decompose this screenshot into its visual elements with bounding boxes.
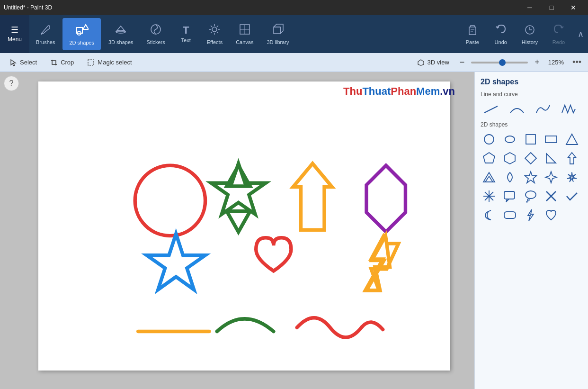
brushes-button[interactable]: Brushes bbox=[29, 15, 62, 53]
magic-select-button[interactable]: Magic select bbox=[81, 57, 137, 68]
3dview-button[interactable]: 3D view bbox=[411, 57, 455, 68]
text-label: Text bbox=[181, 37, 191, 43]
canvas-area: ThuThuatPhanMem.vn bbox=[0, 72, 474, 389]
undo-button[interactable]: Undo bbox=[487, 15, 515, 53]
shape-oval-flat[interactable] bbox=[501, 131, 518, 148]
shape-mountain[interactable] bbox=[481, 169, 498, 186]
shape-arc bbox=[217, 319, 274, 332]
secondary-toolbar: Select Crop Magic select 3D view − + 125… bbox=[0, 53, 588, 72]
zoom-slider[interactable] bbox=[471, 62, 528, 63]
more-options-button[interactable]: ••• bbox=[570, 56, 584, 68]
shape-star-sparkle[interactable] bbox=[563, 169, 580, 186]
shape-arrow-up[interactable] bbox=[563, 150, 580, 167]
svg-marker-38 bbox=[568, 153, 576, 164]
svg-marker-43 bbox=[567, 172, 577, 182]
shape-hexagon[interactable] bbox=[501, 150, 518, 167]
shapes-grid bbox=[481, 131, 582, 224]
curve-zigzag[interactable] bbox=[558, 100, 579, 118]
shape-heart-panel[interactable] bbox=[543, 207, 560, 224]
redo-button[interactable]: Redo bbox=[544, 15, 573, 53]
panel-title: 2D shapes bbox=[481, 78, 582, 86]
zoom-out-button[interactable]: − bbox=[457, 56, 468, 68]
shape-hexagon bbox=[366, 165, 405, 232]
crop-button[interactable]: Crop bbox=[45, 57, 80, 68]
shape-x[interactable] bbox=[543, 188, 560, 205]
svg-line-28 bbox=[484, 106, 498, 113]
shape-right-triangle[interactable] bbox=[543, 150, 560, 167]
minimize-button[interactable]: ─ bbox=[519, 0, 541, 15]
shape-star4[interactable] bbox=[543, 169, 560, 186]
svg-marker-55 bbox=[528, 209, 534, 221]
canvas-label: Canvas bbox=[236, 39, 253, 45]
shapes-section-title: 2D shapes bbox=[481, 121, 582, 128]
shape-heart bbox=[256, 238, 291, 271]
help-icon: ? bbox=[9, 79, 14, 88]
crop-label: Crop bbox=[61, 59, 74, 66]
2dshapes-button[interactable]: 2D shapes bbox=[62, 18, 101, 50]
undo-label: Undo bbox=[495, 39, 507, 45]
svg-line-11 bbox=[217, 32, 218, 33]
effects-icon bbox=[208, 23, 221, 37]
svg-marker-27 bbox=[227, 211, 250, 232]
effects-button[interactable]: Effects bbox=[200, 15, 229, 53]
select-button[interactable]: Select bbox=[4, 57, 43, 68]
redo-label: Redo bbox=[552, 39, 565, 45]
paste-label: Paste bbox=[466, 39, 479, 45]
menu-button[interactable]: ☰ Menu bbox=[0, 15, 29, 53]
shape-rectangle[interactable] bbox=[543, 131, 560, 148]
shape-speech-bubble[interactable] bbox=[501, 188, 518, 205]
shape-lightning-panel[interactable] bbox=[522, 207, 539, 224]
help-button[interactable]: ? bbox=[4, 76, 19, 91]
collapse-button[interactable]: ∧ bbox=[573, 15, 588, 53]
undo-icon bbox=[495, 23, 507, 37]
collapse-icon: ∧ bbox=[578, 29, 584, 39]
shape-thought-bubble[interactable] bbox=[522, 188, 539, 205]
select-label: Select bbox=[20, 59, 37, 66]
zoom-in-button[interactable]: + bbox=[532, 56, 543, 68]
curve-scurve[interactable] bbox=[533, 100, 553, 118]
3dshapes-label: 3D shapes bbox=[108, 39, 134, 45]
close-button[interactable]: ✕ bbox=[562, 0, 584, 15]
stickers-button[interactable]: Stickers bbox=[140, 15, 172, 53]
canvas-button[interactable]: Canvas bbox=[229, 15, 260, 53]
shape-wave bbox=[297, 318, 383, 337]
paste-button[interactable]: Paste bbox=[458, 15, 487, 53]
canvas-icon bbox=[239, 23, 251, 37]
history-button[interactable]: History bbox=[515, 15, 544, 53]
shape-moon[interactable] bbox=[481, 207, 498, 224]
svg-rect-32 bbox=[545, 136, 557, 143]
shape-pentagon[interactable] bbox=[481, 150, 498, 167]
menu-icon: ☰ bbox=[11, 26, 18, 34]
shape-star6-group bbox=[227, 165, 250, 232]
svg-marker-35 bbox=[505, 153, 515, 164]
svg-point-51 bbox=[526, 201, 527, 202]
shape-rounded-rect[interactable] bbox=[501, 207, 518, 224]
svg-marker-1 bbox=[83, 25, 89, 29]
shape-leaf[interactable] bbox=[501, 169, 518, 186]
curve-line[interactable] bbox=[481, 100, 501, 118]
3dlibrary-button[interactable]: 3D library bbox=[260, 15, 295, 53]
shape-asterisk[interactable] bbox=[481, 188, 498, 205]
svg-line-13 bbox=[211, 32, 212, 33]
shape-checkmark[interactable] bbox=[563, 188, 580, 205]
svg-rect-20 bbox=[469, 27, 476, 35]
curve-arc[interactable] bbox=[507, 100, 527, 118]
3dshapes-button[interactable]: 3D shapes bbox=[102, 15, 140, 53]
shape-triangle[interactable] bbox=[563, 131, 580, 148]
shape-star5 bbox=[147, 234, 205, 289]
stickers-icon bbox=[150, 23, 162, 37]
shape-star5-outline[interactable] bbox=[522, 169, 539, 186]
stickers-label: Stickers bbox=[147, 39, 165, 45]
paint-canvas[interactable]: ThuThuatPhanMem.vn bbox=[38, 81, 450, 371]
zoom-percentage: 125% bbox=[548, 59, 564, 66]
3dshapes-icon bbox=[115, 23, 127, 37]
shape-oval[interactable] bbox=[481, 131, 498, 148]
titlebar: Untitled* - Paint 3D ─ □ ✕ bbox=[0, 0, 588, 15]
text-button[interactable]: T Text bbox=[172, 15, 200, 53]
shape-diamond[interactable] bbox=[522, 150, 539, 167]
svg-point-49 bbox=[526, 191, 536, 199]
shape-square[interactable] bbox=[522, 131, 539, 148]
maximize-button[interactable]: □ bbox=[541, 0, 562, 15]
svg-marker-33 bbox=[566, 134, 578, 145]
shape-arrow bbox=[293, 163, 332, 230]
